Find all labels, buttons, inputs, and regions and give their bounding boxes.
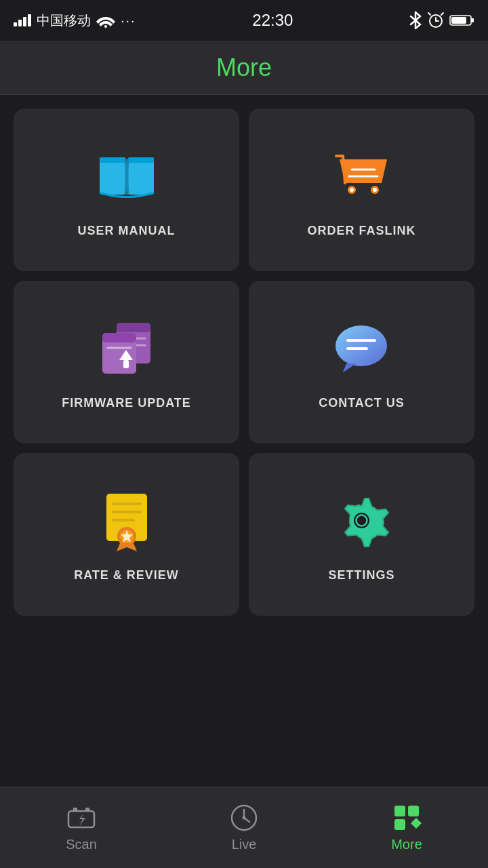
settings-label: SETTINGS	[328, 568, 394, 583]
svg-rect-9	[100, 157, 125, 163]
svg-point-0	[104, 25, 107, 28]
svg-rect-46	[394, 806, 405, 816]
svg-point-45	[243, 816, 246, 820]
page-title: More	[216, 54, 272, 82]
alarm-icon	[427, 12, 445, 29]
status-right	[409, 12, 474, 29]
rate-review-label: RATE & REVIEW	[74, 568, 179, 583]
svg-rect-18	[117, 323, 150, 332]
live-nav-icon	[229, 803, 259, 833]
svg-rect-5	[471, 18, 474, 22]
time-display: 22:30	[252, 11, 293, 30]
status-bar: 中国移动 ··· 22:30	[0, 0, 488, 41]
live-nav-label: Live	[232, 837, 257, 852]
gear-icon	[328, 487, 396, 555]
book-icon	[93, 142, 161, 210]
header: More	[0, 41, 488, 95]
more-nav-icon	[392, 803, 422, 833]
svg-rect-22	[102, 333, 136, 342]
svg-rect-6	[451, 17, 466, 24]
svg-rect-10	[128, 157, 154, 163]
nav-item-more[interactable]: More	[325, 803, 488, 852]
grid-container: USER MANUAL ORDER FASLINK	[0, 95, 488, 629]
dots-label: ···	[121, 13, 136, 28]
carrier-label: 中国移动	[37, 12, 91, 30]
bottom-nav: Scan Live More	[0, 787, 488, 868]
battery-icon	[450, 14, 474, 27]
grid-item-contact-us[interactable]: CONTACT US	[249, 281, 474, 443]
nav-item-live[interactable]: Live	[163, 803, 325, 852]
svg-point-15	[350, 188, 354, 192]
bluetooth-icon	[409, 12, 422, 29]
grid-item-firmware-update[interactable]: FIRMWARE UPDATE	[14, 281, 239, 443]
order-faslink-label: ORDER FASLINK	[307, 224, 415, 238]
more-nav-label: More	[391, 837, 422, 852]
nav-item-scan[interactable]: Scan	[0, 803, 163, 852]
svg-marker-49	[411, 818, 422, 829]
svg-marker-41	[79, 814, 85, 826]
svg-rect-7	[100, 157, 125, 195]
scan-nav-label: Scan	[66, 837, 97, 852]
firmware-icon	[93, 315, 161, 382]
grid-item-settings[interactable]: SETTINGS	[249, 453, 474, 616]
status-left: 中国移动 ···	[14, 12, 136, 30]
scan-nav-icon	[66, 803, 96, 833]
contact-us-label: CONTACT US	[319, 396, 405, 410]
signal-icon	[14, 14, 31, 26]
certificate-icon	[93, 487, 161, 555]
svg-rect-47	[408, 806, 419, 816]
chat-icon	[328, 315, 396, 382]
firmware-update-label: FIRMWARE UPDATE	[62, 396, 191, 410]
wifi-icon	[96, 14, 115, 27]
svg-rect-8	[128, 157, 154, 195]
svg-rect-24	[123, 360, 129, 368]
cart-icon	[328, 142, 396, 210]
svg-rect-48	[394, 819, 405, 830]
svg-point-16	[373, 188, 377, 192]
grid-item-order-faslink[interactable]: ORDER FASLINK	[249, 108, 474, 271]
user-manual-label: USER MANUAL	[78, 224, 176, 238]
svg-rect-40	[85, 808, 89, 812]
svg-rect-39	[73, 808, 77, 812]
grid-item-rate-review[interactable]: RATE & REVIEW	[14, 453, 239, 616]
grid-item-user-manual[interactable]: USER MANUAL	[14, 108, 239, 271]
svg-point-26	[336, 326, 387, 366]
